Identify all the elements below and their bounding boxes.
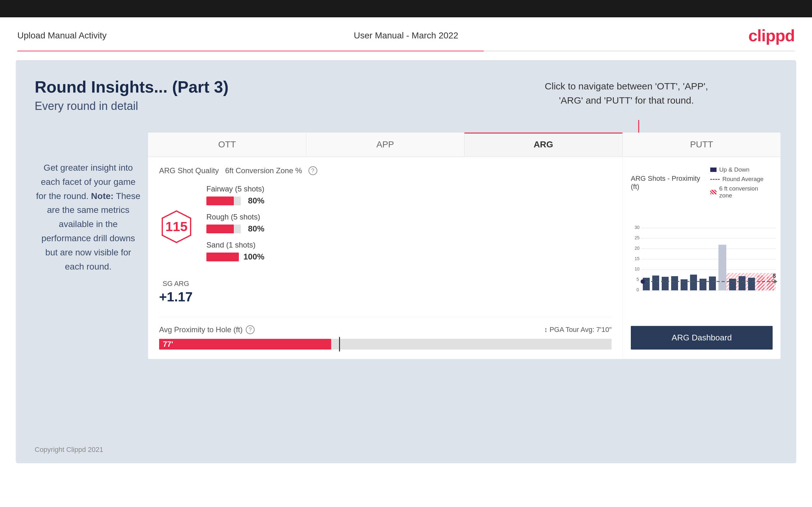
sand-label: Sand (1 shots) (206, 240, 264, 249)
legend: Up & Down Round Average 6 ft conversion … (710, 166, 773, 199)
svg-text:20: 20 (635, 246, 640, 251)
svg-text:25: 25 (635, 235, 640, 240)
right-panel-header: ARG Shots - Proximity (ft) Up & Down Rou… (631, 166, 773, 199)
tab-arg[interactable]: ARG (464, 132, 623, 157)
rough-bar-bg (206, 225, 241, 233)
bar-9 (729, 279, 736, 290)
shot-quality-section: Fairway (5 shots) 80% Rough (5 shots) (206, 184, 264, 269)
legend-item-conversion: 6 ft conversion zone (710, 185, 773, 199)
bar-3 (662, 277, 669, 290)
footer-copyright: Copyright Clippd 2021 (35, 446, 103, 454)
svg-text:8: 8 (773, 273, 776, 279)
tab-ott[interactable]: OTT (148, 132, 306, 157)
right-panel: ARG Shots - Proximity (ft) Up & Down Rou… (623, 157, 780, 359)
fairway-label: Fairway (5 shots) (206, 184, 264, 193)
main-content: Round Insights... (Part 3) Every round i… (16, 60, 796, 463)
legend-item-roundavg: Round Average (710, 176, 773, 183)
hex-container: 115 Fairway (5 shots) 80% (159, 184, 612, 269)
bar-6 (690, 275, 697, 290)
fairway-pct: 80% (246, 196, 264, 206)
user-manual-label: User Manual - March 2022 (354, 31, 458, 41)
left-panel: ARG Shot Quality 6ft Conversion Zone % ?… (148, 157, 623, 359)
bar-7 (700, 279, 706, 290)
tab-app[interactable]: APP (306, 132, 464, 157)
rough-label: Rough (5 shots) (206, 213, 264, 221)
chart-area: 0 5 10 15 20 25 30 (631, 207, 773, 321)
proximity-bar-bg: 77' (159, 339, 612, 349)
bar-striped-1 (758, 276, 764, 290)
help-icon[interactable]: ? (308, 166, 317, 175)
sand-bar-bg (206, 252, 239, 261)
svg-text:30: 30 (635, 225, 640, 230)
rough-bar-fill (206, 225, 234, 233)
proximity-section: Avg Proximity to Hole (ft) ? ↕ PGA Tour … (159, 317, 612, 349)
nav-hint: Click to navigate between 'OTT', 'APP', … (545, 79, 708, 107)
tab-putt[interactable]: PUTT (623, 132, 780, 157)
conversion-zone-label: 6ft Conversion Zone % (225, 166, 302, 175)
sand-bar-fill (206, 252, 239, 261)
sg-value: +1.17 (159, 289, 193, 304)
proximity-help-icon[interactable]: ? (246, 325, 255, 334)
shot-row-fairway: Fairway (5 shots) 80% (206, 184, 264, 206)
header: Upload Manual Activity User Manual - Mar… (0, 17, 812, 51)
top-bar (0, 0, 812, 17)
bar-5 (680, 279, 688, 290)
bar-tall (718, 245, 726, 290)
sg-label: SG ARG (159, 280, 193, 288)
pga-avg: ↕ PGA Tour Avg: 7'10" (544, 326, 612, 334)
arg-dashboard-button[interactable]: ARG Dashboard (631, 326, 773, 349)
proximity-label: Avg Proximity to Hole (ft) ? (159, 325, 255, 334)
legend-striped-conversion (710, 190, 716, 194)
proximity-header: Avg Proximity to Hole (ft) ? ↕ PGA Tour … (159, 325, 612, 334)
bar-2 (652, 276, 659, 290)
bar-11 (748, 278, 755, 290)
sand-pct: 100% (244, 252, 265, 262)
fairway-bar-fill (206, 196, 234, 205)
sg-section: SG ARG +1.17 (159, 280, 193, 304)
rough-pct: 80% (246, 224, 264, 234)
left-description: Get greater insight into each facet of y… (35, 161, 142, 274)
hex-badge: 115 (159, 210, 194, 244)
avg-dot (641, 279, 645, 284)
svg-text:15: 15 (635, 256, 640, 261)
hex-value: 115 (165, 219, 188, 234)
clippd-logo: clippd (748, 26, 795, 45)
card-body: ARG Shot Quality 6ft Conversion Zone % ?… (148, 157, 780, 359)
legend-item-updown: Up & Down (710, 166, 773, 173)
shot-row-sand: Sand (1 shots) 100% (206, 240, 264, 262)
bar-8 (709, 277, 716, 290)
panel-header: ARG Shot Quality 6ft Conversion Zone % ? (159, 166, 612, 175)
upload-manual-label: Upload Manual Activity (17, 31, 106, 41)
shot-row-rough: Rough (5 shots) 80% (206, 213, 264, 234)
shot-quality-label: ARG Shot Quality (159, 166, 219, 175)
svg-text:0: 0 (637, 287, 639, 292)
bar-10 (739, 276, 746, 290)
legend-label-updown: Up & Down (719, 166, 749, 173)
main-card: OTT APP ARG PUTT ARG Shot Quality 6ft Co… (148, 132, 780, 359)
arg-chart: 0 5 10 15 20 25 30 (631, 207, 780, 295)
header-divider (17, 51, 795, 51)
svg-text:5: 5 (637, 277, 639, 282)
fairway-bar-bg (206, 196, 241, 205)
bar-4 (671, 276, 678, 290)
proximity-marker (339, 337, 340, 351)
legend-box-updown (710, 168, 716, 172)
legend-label-roundavg: Round Average (722, 176, 763, 183)
proximity-bar-fill: 77' (159, 339, 331, 349)
tab-bar: OTT APP ARG PUTT (148, 132, 780, 157)
legend-dashed-roundavg (710, 179, 720, 180)
rph-title: ARG Shots - Proximity (ft) (631, 174, 710, 191)
svg-text:10: 10 (635, 267, 640, 272)
legend-label-conversion: 6 ft conversion zone (719, 185, 773, 199)
